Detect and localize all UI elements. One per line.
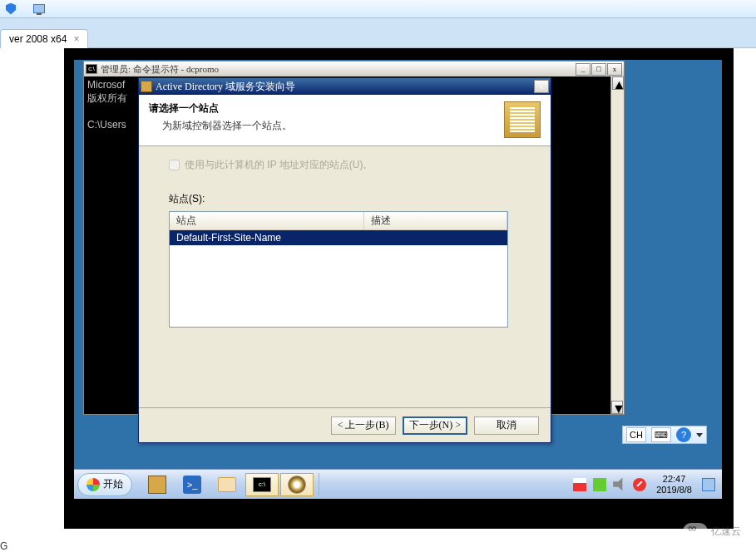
server-icon bbox=[141, 81, 152, 92]
cancel-button[interactable]: 取消 bbox=[474, 416, 539, 435]
lang-button[interactable]: CH bbox=[626, 427, 646, 442]
server-manager-button[interactable] bbox=[141, 473, 174, 496]
book-icon bbox=[504, 101, 541, 138]
clock-date: 2019/8/8 bbox=[656, 485, 692, 495]
volume-icon[interactable] bbox=[613, 478, 626, 491]
scrollbar[interactable]: ▲ ▼ bbox=[610, 76, 624, 414]
scroll-up-button[interactable]: ▲ bbox=[612, 76, 624, 90]
network-icon[interactable] bbox=[593, 478, 606, 491]
clock[interactable]: 22:47 2019/8/8 bbox=[653, 474, 695, 495]
powershell-button[interactable]: >_ bbox=[175, 473, 209, 496]
help-icon[interactable]: ? bbox=[676, 427, 691, 442]
wizard-title: Active Directory 域服务安装向导 bbox=[156, 80, 531, 94]
dropdown-icon[interactable] bbox=[696, 433, 703, 437]
ime-toolbar[interactable]: CH ⌨ ? bbox=[622, 426, 707, 444]
use-ip-site-checkbox-row: 使用与此计算机的 IP 地址对应的站点(U)。 bbox=[169, 158, 521, 172]
guest-screen: c:\ 管理员: 命令提示符 - dcpromo _ □ x Microsof … bbox=[64, 48, 734, 529]
sites-label: 站点(S): bbox=[169, 192, 521, 206]
wizard-subheading: 为新域控制器选择一个站点。 bbox=[149, 119, 504, 133]
start-button[interactable]: 开始 bbox=[77, 473, 132, 496]
security-icon[interactable] bbox=[633, 478, 646, 491]
cmd-taskbar-button[interactable]: c:\ bbox=[245, 473, 279, 496]
back-button[interactable]: < 上一步(B) bbox=[331, 416, 396, 435]
next-button[interactable]: 下一步(N) > bbox=[403, 416, 467, 435]
taskbar: 开始 >_ c:\ 22:47 2019/8/8 bbox=[74, 469, 722, 499]
vm-tab-bar: ver 2008 x64 × bbox=[0, 18, 756, 48]
start-label: 开始 bbox=[103, 477, 123, 491]
minimize-button[interactable]: _ bbox=[576, 63, 590, 76]
explorer-button[interactable] bbox=[210, 473, 244, 496]
system-tray: 22:47 2019/8/8 bbox=[566, 474, 722, 495]
close-button[interactable]: x bbox=[534, 80, 549, 93]
wizard-header: 请选择一个站点 为新域控制器选择一个站点。 bbox=[139, 95, 551, 146]
ad-wizard-dialog: Active Directory 域服务安装向导 x 请选择一个站点 为新域控制… bbox=[138, 77, 551, 443]
wizard-body: 使用与此计算机的 IP 地址对应的站点(U)。 站点(S): 站点 描述 Def… bbox=[139, 146, 551, 339]
show-desktop-icon[interactable] bbox=[702, 478, 715, 491]
corner-text: G bbox=[0, 540, 7, 552]
flag-icon[interactable] bbox=[573, 478, 586, 491]
column-desc[interactable]: 描述 bbox=[364, 212, 507, 230]
monitor-icon[interactable] bbox=[32, 2, 47, 16]
host-toolbar bbox=[0, 0, 756, 18]
cmd-titlebar[interactable]: c:\ 管理员: 命令提示符 - dcpromo _ □ x bbox=[84, 62, 624, 76]
watermark: 亿速云 bbox=[683, 515, 751, 547]
windows-icon bbox=[86, 478, 100, 491]
guest-desktop[interactable]: c:\ 管理员: 命令提示符 - dcpromo _ □ x Microsof … bbox=[74, 60, 722, 499]
maximize-button[interactable]: □ bbox=[591, 63, 606, 76]
column-site[interactable]: 站点 bbox=[170, 212, 364, 230]
wizard-heading: 请选择一个站点 bbox=[149, 101, 504, 116]
vm-tab[interactable]: ver 2008 x64 × bbox=[0, 29, 88, 48]
use-ip-site-checkbox bbox=[169, 160, 180, 170]
quick-launch: >_ c:\ bbox=[136, 473, 319, 496]
scroll-down-button[interactable]: ▼ bbox=[611, 401, 623, 414]
sites-list[interactable]: 站点 描述 Default-First-Site-Name bbox=[169, 211, 508, 328]
wizard-footer: < 上一步(B) 下一步(N) > 取消 bbox=[139, 407, 551, 442]
cmd-title: 管理员: 命令提示符 - dcpromo bbox=[101, 63, 572, 76]
cmd-icon: c:\ bbox=[86, 64, 97, 74]
keyboard-icon[interactable]: ⌨ bbox=[651, 427, 671, 442]
wizard-titlebar[interactable]: Active Directory 域服务安装向导 x bbox=[139, 78, 551, 95]
close-icon[interactable]: × bbox=[73, 33, 79, 45]
site-row[interactable]: Default-First-Site-Name bbox=[170, 230, 507, 245]
cloud-icon bbox=[683, 523, 708, 540]
close-button[interactable]: x bbox=[607, 63, 622, 76]
clock-time: 22:47 bbox=[656, 474, 692, 485]
shield-icon[interactable] bbox=[3, 2, 18, 16]
media-button[interactable] bbox=[280, 473, 314, 496]
checkbox-label: 使用与此计算机的 IP 地址对应的站点(U)。 bbox=[185, 158, 373, 172]
vm-tab-label: ver 2008 x64 bbox=[9, 33, 67, 45]
